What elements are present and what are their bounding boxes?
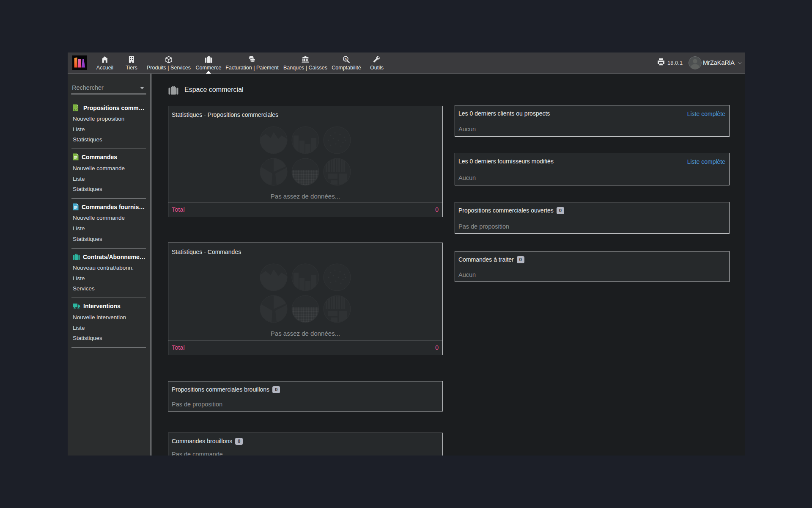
svg-text:$: $	[345, 57, 347, 61]
